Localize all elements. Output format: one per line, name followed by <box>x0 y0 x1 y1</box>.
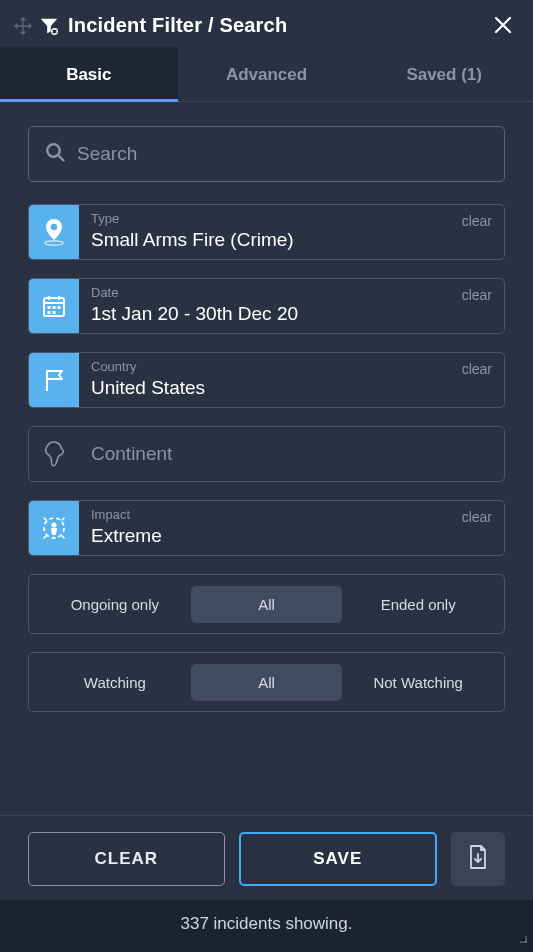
search-icon <box>43 140 67 168</box>
download-file-icon <box>466 844 490 874</box>
close-button[interactable] <box>493 15 515 37</box>
watch-segmented-control: Watching All Not Watching <box>28 652 505 712</box>
page-title: Incident Filter / Search <box>68 14 287 37</box>
calendar-icon <box>29 279 79 333</box>
field-continent[interactable]: Continent <box>28 426 505 482</box>
export-button[interactable] <box>451 832 505 886</box>
svg-point-3 <box>51 224 57 230</box>
svg-rect-8 <box>48 311 51 314</box>
field-date[interactable]: Date 1st Jan 20 - 30th Dec 20 clear <box>28 278 505 334</box>
drag-handle-icon[interactable] <box>12 15 34 37</box>
svg-rect-9 <box>53 311 56 314</box>
field-impact-clear[interactable]: clear <box>462 509 492 525</box>
pin-icon <box>29 205 79 259</box>
search-box[interactable] <box>28 126 505 182</box>
field-type-clear[interactable]: clear <box>462 213 492 229</box>
seg-status-all[interactable]: All <box>191 586 343 623</box>
tab-advanced[interactable]: Advanced <box>178 47 356 101</box>
seg-ended-only[interactable]: Ended only <box>342 586 494 623</box>
field-date-label: Date <box>91 286 298 300</box>
clear-button[interactable]: CLEAR <box>28 832 225 886</box>
save-button[interactable]: SAVE <box>239 832 438 886</box>
field-country-clear[interactable]: clear <box>462 361 492 377</box>
search-input[interactable] <box>77 143 490 165</box>
field-date-clear[interactable]: clear <box>462 287 492 303</box>
seg-ongoing-only[interactable]: Ongoing only <box>39 586 191 623</box>
seg-not-watching[interactable]: Not Watching <box>342 664 494 701</box>
field-type-label: Type <box>91 212 294 226</box>
status-bar: 337 incidents showing. <box>0 900 533 952</box>
status-segmented-control: Ongoing only All Ended only <box>28 574 505 634</box>
tab-saved[interactable]: Saved (1) <box>355 47 533 101</box>
flag-icon <box>29 353 79 407</box>
svg-point-11 <box>51 522 56 527</box>
status-text: 337 incidents showing. <box>180 914 352 933</box>
svg-rect-7 <box>58 306 61 309</box>
field-continent-placeholder: Continent <box>91 443 172 465</box>
tabs: Basic Advanced Saved (1) <box>0 47 533 102</box>
field-type[interactable]: Type Small Arms Fire (Crime) clear <box>28 204 505 260</box>
field-type-value: Small Arms Fire (Crime) <box>91 229 294 252</box>
svg-rect-6 <box>53 306 56 309</box>
seg-watching[interactable]: Watching <box>39 664 191 701</box>
field-country-label: Country <box>91 360 205 374</box>
impact-icon <box>29 501 79 555</box>
resize-handle-icon[interactable] <box>515 928 527 948</box>
field-country[interactable]: Country United States clear <box>28 352 505 408</box>
seg-watch-all[interactable]: All <box>191 664 343 701</box>
svg-rect-5 <box>48 306 51 309</box>
tab-basic[interactable]: Basic <box>0 47 178 101</box>
field-country-value: United States <box>91 377 205 400</box>
globe-africa-icon <box>29 427 79 481</box>
field-impact-value: Extreme <box>91 525 162 548</box>
svg-point-2 <box>45 241 63 245</box>
filter-settings-icon <box>38 15 60 37</box>
field-impact-label: Impact <box>91 508 162 522</box>
field-impact[interactable]: Impact Extreme clear <box>28 500 505 556</box>
field-date-value: 1st Jan 20 - 30th Dec 20 <box>91 303 298 326</box>
